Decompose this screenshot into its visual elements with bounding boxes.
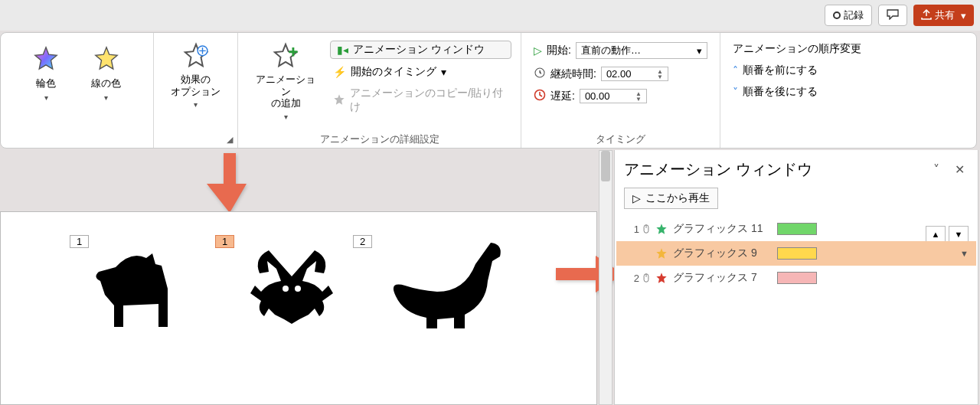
share-icon <box>921 9 932 22</box>
animation-tag[interactable]: 1 <box>70 235 89 248</box>
chevron-down-icon: ▾ <box>194 100 198 109</box>
ribbon: 輪色 ▾ 線の色 ▾ 効果の オプション ▾ ◢ アニメーション の追加 <box>0 32 977 149</box>
duration-spinner[interactable]: 02.00 ▲▼ <box>601 67 668 81</box>
play-from-label: ここから再生 <box>645 191 710 205</box>
spinner-icon: ▲▼ <box>635 91 642 102</box>
mouse-click-icon <box>639 272 653 284</box>
item-name: グラフィックス 11 <box>670 222 777 236</box>
item-menu-button[interactable]: ▼ <box>960 249 969 258</box>
comments-button[interactable] <box>878 5 907 26</box>
svg-point-5 <box>283 286 289 292</box>
trigger-label: 開始のタイミング <box>351 65 436 79</box>
timeline-bar[interactable] <box>777 223 817 235</box>
record-button[interactable]: 記録 <box>825 5 872 26</box>
chevron-up-icon: ˄ <box>733 64 738 77</box>
comment-icon <box>887 9 899 22</box>
slide-canvas[interactable]: 112 <box>0 211 597 405</box>
trigger-button[interactable]: ⚡ 開始のタイミング ▾ <box>330 64 511 80</box>
animation-list-item[interactable]: 2グラフィックス 7 <box>616 266 976 290</box>
play-icon: ▷ <box>534 44 542 57</box>
play-from-button[interactable]: ▷ ここから再生 <box>624 188 718 209</box>
delay-row: 遅延: 00.00 ▲▼ <box>531 87 710 105</box>
dialog-launcher[interactable]: ◢ <box>227 135 233 145</box>
animation-tag[interactable]: 2 <box>353 235 372 248</box>
item-number: 2 <box>629 273 639 284</box>
delay-spinner[interactable]: 00.00 ▲▼ <box>580 89 647 103</box>
effect-star-icon <box>653 272 670 284</box>
star-gear-icon <box>183 42 209 70</box>
animation-list-item[interactable]: 1グラフィックス 11 <box>616 217 976 241</box>
ribbon-group-effect-options: 効果の オプション ▾ ◢ <box>154 33 238 148</box>
share-button[interactable]: 共有 ▾ <box>913 5 974 26</box>
chevron-down-icon: ▾ <box>697 45 702 57</box>
delay-value: 00.00 <box>585 90 610 102</box>
timeline-bar[interactable] <box>777 247 817 260</box>
ribbon-group-colors: 輪色 ▾ 線の色 ▾ <box>1 33 154 148</box>
move-later-button[interactable]: ˅ 順番を後にする <box>730 83 967 100</box>
animation-painter-label: アニメーションのコピー/貼り付け <box>350 87 508 114</box>
chevron-down-icon: ▾ <box>441 66 446 78</box>
animation-list-item[interactable]: グラフィックス 9▼ <box>616 241 976 266</box>
mouse-click-icon <box>639 223 653 235</box>
shape-fill-color-button[interactable]: 輪色 ▾ <box>28 42 64 105</box>
delay-label: 遅延: <box>550 90 575 103</box>
title-bar: 記録 共有 ▾ <box>0 0 980 31</box>
start-row: ▷ 開始: 直前の動作… ▾ <box>531 41 710 60</box>
ribbon-group-reorder: アニメーションの順序変更 ˄ 順番を前にする ˅ 順番を後にする <box>720 33 976 148</box>
chevron-down-icon: ▾ <box>104 93 108 102</box>
shape-crab[interactable] <box>246 243 345 335</box>
annotation-arrow-down <box>207 153 253 214</box>
shape-line-color-button[interactable]: 線の色 ▾ <box>87 42 126 105</box>
move-earlier-label: 順番を前にする <box>743 64 818 77</box>
duration-row: 継続時間: 02.00 ▲▼ <box>531 65 710 83</box>
svg-point-6 <box>295 286 301 292</box>
animation-painter-button[interactable]: アニメーションのコピー/貼り付け <box>330 85 511 116</box>
add-animation-button[interactable]: アニメーション の追加 ▾ <box>247 38 324 129</box>
animation-tag[interactable]: 1 <box>215 235 234 248</box>
ribbon-group-advanced: アニメーション の追加 ▾ ▮◂ アニメーション ウィンドウ ⚡ 開始のタイミン… <box>238 33 521 148</box>
pane-icon: ▮◂ <box>337 44 348 56</box>
pane-close-button[interactable]: ✕ <box>950 161 969 179</box>
item-name: グラフィックス 7 <box>670 271 777 285</box>
star-plus-icon <box>273 42 299 70</box>
start-dropdown[interactable]: 直前の動作… ▾ <box>576 42 707 59</box>
effect-options-button[interactable]: 効果の オプション ▾ <box>163 38 228 146</box>
star-color-icon <box>33 45 59 73</box>
effect-star-icon <box>653 223 670 235</box>
animation-pane-button[interactable]: ▮◂ アニメーション ウィンドウ <box>330 41 511 59</box>
bolt-icon: ⚡ <box>333 66 346 78</box>
chevron-down-icon: ▾ <box>44 93 48 102</box>
animation-list: 1グラフィックス 11グラフィックス 9▼2グラフィックス 7 <box>615 217 978 290</box>
item-name: グラフィックス 9 <box>670 247 777 260</box>
chevron-down-icon: ˅ <box>733 86 738 98</box>
group-label <box>730 132 967 146</box>
add-animation-label: アニメーション の追加 <box>252 73 319 109</box>
star-small-icon <box>333 93 345 108</box>
pane-options-button[interactable]: ˅ <box>927 161 946 179</box>
scrollbar-thumb[interactable] <box>601 151 610 181</box>
shape-dog[interactable] <box>93 250 185 335</box>
chevron-down-icon: ▾ <box>284 113 288 121</box>
group-label <box>10 132 144 146</box>
group-label-advanced: アニメーションの詳細設定 <box>247 129 511 146</box>
spinner-icon: ▲▼ <box>657 69 663 80</box>
effect-options-label: 効果の オプション <box>171 73 220 97</box>
record-label: 記録 <box>844 8 864 22</box>
reorder-label: アニメーションの順序変更 <box>733 42 861 56</box>
start-value: 直前の動作… <box>581 44 641 57</box>
animation-pane: アニメーション ウィンドウ ˅ ✕ ▷ ここから再生 ▲ ▼ 1グラフィックス … <box>614 150 978 405</box>
play-icon: ▷ <box>632 192 641 204</box>
clock-icon <box>534 67 546 81</box>
vertical-scrollbar[interactable] <box>599 150 612 405</box>
record-icon <box>833 11 841 19</box>
chevron-down-icon: ▾ <box>961 10 966 21</box>
shape-dinosaur[interactable] <box>391 243 506 335</box>
duration-value: 02.00 <box>606 68 632 80</box>
effect-star-icon <box>653 247 670 260</box>
timeline-bar[interactable] <box>777 272 817 284</box>
animation-pane-title: アニメーション ウィンドウ <box>624 159 923 180</box>
ribbon-group-timing: ▷ 開始: 直前の動作… ▾ 継続時間: 02.00 ▲▼ 遅延: 0 <box>521 33 720 148</box>
move-earlier-button[interactable]: ˄ 順番を前にする <box>730 62 967 79</box>
star-yellow-icon <box>93 45 119 73</box>
reorder-header: アニメーションの順序変更 <box>730 41 967 57</box>
